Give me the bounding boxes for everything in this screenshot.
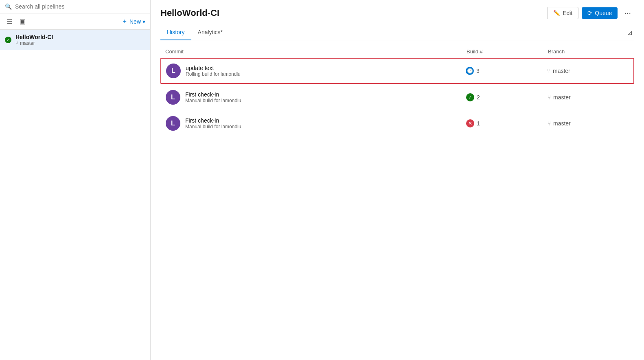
status-running-icon: 🕐 (466, 67, 474, 75)
pipeline-list-item[interactable]: HelloWorld-CI ⑂ master (0, 30, 150, 50)
main-content: HelloWorld-CI ✏️ Edit ⟳ Queue ··· Histor… (151, 0, 644, 360)
commit-info: First check-in Manual build for lamondlu (185, 117, 241, 130)
edit-button[interactable]: ✏️ Edit (547, 7, 578, 19)
commit-cell: L First check-in Manual build for lamond… (166, 116, 466, 131)
branch-cell: ⑂ master (548, 120, 629, 127)
edit-icon: ✏️ (553, 10, 560, 16)
build-number-cell: ✓ 2 (466, 93, 548, 101)
branch-icon: ⑂ (15, 40, 18, 46)
search-icon: 🔍 (5, 3, 12, 10)
commit-sub: Manual build for lamondlu (185, 98, 241, 103)
commit-cell: L update text Rolling build for lamondlu (166, 64, 466, 78)
avatar: L (166, 64, 181, 78)
queue-button[interactable]: ⟳ Queue (582, 7, 618, 19)
commit-title: First check-in (185, 117, 241, 124)
col-build: Build # (467, 48, 548, 55)
branch-icon: ⑂ (547, 68, 550, 74)
table-header: Commit Build # Branch (160, 47, 634, 56)
commit-info: First check-in Manual build for lamondlu (185, 91, 241, 103)
commit-title: First check-in (185, 91, 241, 98)
list-view-button[interactable]: ☰ (5, 17, 14, 26)
status-success-icon: ✓ (466, 93, 474, 101)
table-row[interactable]: L First check-in Manual build for lamond… (160, 111, 634, 136)
status-fail-icon: ✕ (466, 119, 474, 127)
commit-sub: Manual build for lamondlu (185, 124, 241, 130)
plus-icon: ＋ (121, 17, 128, 26)
sidebar-toolbar: ☰ ▣ ＋ New ▾ (0, 13, 150, 30)
avatar: L (166, 116, 180, 131)
col-branch: Branch (548, 48, 629, 55)
header-actions: ✏️ Edit ⟳ Queue ··· (547, 7, 634, 19)
build-number-cell: ✕ 1 (466, 119, 548, 127)
avatar: L (166, 90, 180, 105)
pipeline-item-name: HelloWorld-CI (15, 34, 53, 40)
chevron-icon: ▾ (142, 18, 145, 25)
commit-cell: L First check-in Manual build for lamond… (166, 90, 466, 105)
queue-icon: ⟳ (587, 10, 592, 16)
pipeline-item-info: HelloWorld-CI ⑂ master (15, 34, 53, 46)
sidebar-toolbar-left: ☰ ▣ (5, 17, 27, 26)
commit-title: update text (186, 65, 241, 71)
sidebar: 🔍 ☰ ▣ ＋ New ▾ HelloWorld-CI ⑂ master (0, 0, 151, 360)
branch-icon: ⑂ (548, 94, 551, 101)
filter-icon[interactable]: ⊿ (627, 29, 633, 37)
branch-icon: ⑂ (548, 120, 551, 127)
folder-view-button[interactable]: ▣ (18, 17, 27, 26)
sidebar-search-bar: 🔍 (0, 0, 150, 13)
build-number-cell: 🕐 3 (466, 67, 547, 75)
col-commit: Commit (165, 48, 467, 55)
pipeline-status-icon (5, 37, 11, 43)
new-label: New (129, 18, 141, 25)
pipeline-item-branch: ⑂ master (15, 40, 53, 46)
tab-analytics[interactable]: Analytics* (191, 26, 229, 40)
more-options-button[interactable]: ··· (621, 7, 634, 19)
main-header: HelloWorld-CI ✏️ Edit ⟳ Queue ··· (160, 7, 634, 19)
tabs-bar: History Analytics* ⊿ (160, 26, 634, 40)
new-pipeline-button[interactable]: ＋ New ▾ (121, 17, 145, 26)
branch-cell: ⑂ master (548, 94, 629, 101)
commit-sub: Rolling build for lamondlu (186, 71, 241, 77)
table-row[interactable]: L First check-in Manual build for lamond… (160, 85, 634, 110)
page-title: HelloWorld-CI (160, 8, 219, 18)
search-input[interactable] (15, 3, 145, 10)
branch-cell: ⑂ master (547, 68, 629, 74)
commit-info: update text Rolling build for lamondlu (186, 65, 241, 77)
table-row[interactable]: L update text Rolling build for lamondlu… (160, 58, 634, 84)
tab-history[interactable]: History (160, 26, 191, 40)
